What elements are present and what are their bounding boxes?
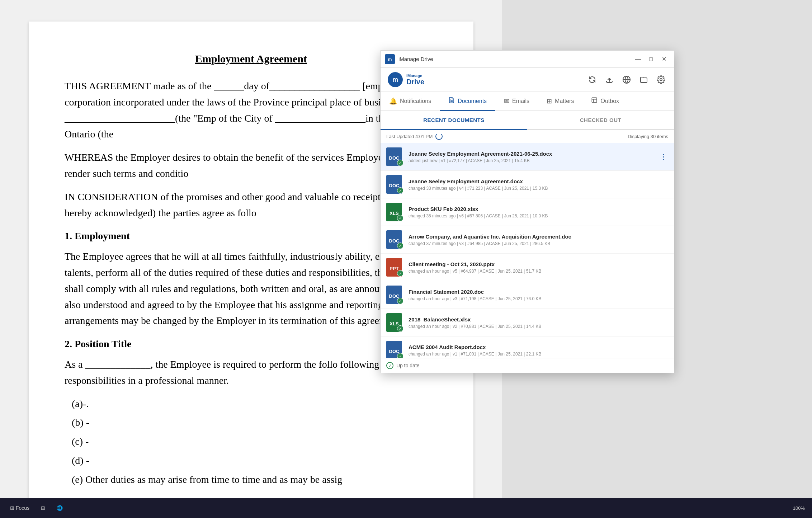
logo-icon: m [388, 72, 403, 87]
doc-icon-wrap: DOC ✓ [386, 147, 403, 166]
doc-list-e: (e) Other duties as may arise from time … [72, 472, 438, 488]
tab-matters[interactable]: ⊞ Matters [538, 92, 582, 111]
doc-name: 2018_BalanceSheet.xlsx [409, 316, 668, 322]
imanage-titlebar-icon: m [385, 54, 395, 64]
settings-icon[interactable] [655, 74, 667, 85]
taskbar-globe[interactable]: 🌐 [54, 504, 66, 512]
doc-info: Financial Statement 2020.docchanged an h… [409, 289, 668, 301]
subtab-checked-out[interactable]: CHECKED OUT [527, 111, 674, 130]
svg-text:DOC: DOC [389, 183, 400, 188]
logo-text: iManage Drive [406, 74, 424, 86]
window-title: iManage Drive [398, 56, 433, 62]
refresh-icon[interactable] [586, 74, 598, 85]
tab-documents[interactable]: Documents [440, 92, 495, 111]
maximize-button[interactable]: □ [645, 54, 657, 64]
subtab-recent[interactable]: RECENT DOCUMENTS [381, 111, 527, 130]
status-refresh-icon[interactable] [435, 133, 443, 140]
tab-outbox[interactable]: Outbox [582, 92, 628, 111]
doc-check-badge: ✓ [397, 187, 403, 194]
window-footer: ✓ Up to date [381, 358, 674, 373]
document-list-item[interactable]: DOC ✓ACME 2004 Audit Report.docxchanged … [381, 336, 674, 358]
outbox-tab-icon [591, 97, 598, 105]
taskbar-focus[interactable]: ⊞ Focus [7, 504, 32, 512]
globe-icon[interactable] [621, 74, 632, 85]
minimize-button[interactable]: — [632, 54, 644, 64]
doc-check-badge: ✓ [397, 325, 403, 332]
doc-name: ACME 2004 Audit Report.docx [409, 344, 668, 350]
taskbar-right: 100% [793, 505, 805, 511]
title-bar: m iManage Drive — □ ✕ [381, 51, 674, 68]
doc-check-badge: ✓ [397, 242, 403, 249]
documents-tab-label: Documents [458, 98, 487, 104]
document-list-item[interactable]: DOC ✓Arrow Company, and Aquantive Inc. A… [381, 226, 674, 254]
doc-list-c: (c) - [72, 434, 438, 450]
header-icons [586, 74, 667, 85]
document-list-item[interactable]: DOC ✓Jeanne Seeley Employment Agreement-… [381, 143, 674, 171]
svg-text:m: m [388, 57, 392, 62]
doc-check-badge: ✓ [397, 298, 403, 304]
last-updated-text: Last Updated 4:01 PM [386, 134, 433, 139]
notifications-tab-label: Notifications [400, 98, 431, 104]
doc-info: Jeanne Seeley Employment Agreement.docxc… [409, 178, 668, 191]
doc-icon-wrap: DOC ✓ [386, 286, 403, 304]
app-header: m iManage Drive [381, 68, 674, 92]
svg-text:DOC: DOC [389, 238, 400, 244]
status-bar: Last Updated 4:01 PM Displaying 30 items [381, 130, 674, 143]
doc-name: Jeanne Seeley Employment Agreement-2021-… [409, 151, 658, 157]
outbox-tab-label: Outbox [600, 98, 619, 104]
doc-check-badge: ✓ [397, 353, 403, 358]
svg-rect-6 [592, 98, 597, 103]
doc-meta: changed an hour ago | v5 | #64,987 | ACA… [409, 269, 668, 274]
document-list-item[interactable]: XLS ✓Product SKU Feb 2020.xlsxchanged 35… [381, 198, 674, 226]
doc-info: ACME 2004 Audit Report.docxchanged an ho… [409, 344, 668, 357]
doc-list-b: (b) - [72, 415, 438, 431]
matters-tab-label: Matters [555, 98, 574, 104]
svg-text:PPT: PPT [390, 266, 398, 271]
doc-meta: changed an hour ago | v2 | #70,881 | ACA… [409, 324, 668, 329]
doc-more-button[interactable]: ⋮ [658, 152, 668, 162]
documents-tab-icon [448, 97, 455, 105]
tab-notifications[interactable]: 🔔 Notifications [381, 92, 440, 111]
svg-text:DOC: DOC [389, 293, 400, 299]
doc-name: Arrow Company, and Aquantive Inc. Acquis… [409, 234, 668, 240]
doc-info: Jeanne Seeley Employment Agreement-2021-… [409, 151, 658, 163]
status-bar-left: Last Updated 4:01 PM [386, 133, 443, 140]
nav-tabs: 🔔 Notifications Documents ✉ Emails ⊞ Mat… [381, 92, 674, 111]
title-bar-left: m iManage Drive [385, 54, 433, 64]
doc-meta: changed 37 minutes ago | v3 | #64,985 | … [409, 241, 668, 246]
doc-info: Arrow Company, and Aquantive Inc. Acquis… [409, 234, 668, 246]
doc-name: Financial Statement 2020.doc [409, 289, 668, 295]
doc-name: Client meeting - Oct 21, 2020.pptx [409, 261, 668, 267]
svg-point-3 [660, 79, 662, 81]
up-to-date-label: Up to date [396, 363, 420, 368]
document-list-item[interactable]: DOC ✓Jeanne Seeley Employment Agreement.… [381, 171, 674, 198]
up-to-date-status: ✓ Up to date [386, 362, 420, 369]
up-to-date-icon: ✓ [386, 362, 393, 369]
doc-meta: changed 35 minutes ago | v6 | #67,806 | … [409, 213, 668, 218]
app-logo: m iManage Drive [388, 72, 424, 87]
doc-list-d: (d) - [72, 453, 438, 469]
document-list[interactable]: DOC ✓Jeanne Seeley Employment Agreement-… [381, 143, 674, 358]
document-list-item[interactable]: PPT ✓Client meeting - Oct 21, 2020.pptxc… [381, 254, 674, 281]
matters-tab-icon: ⊞ [547, 97, 552, 105]
doc-icon-wrap: PPT ✓ [386, 258, 403, 277]
upload-icon[interactable] [604, 74, 615, 85]
doc-icon-wrap: XLS ✓ [386, 313, 403, 332]
doc-icon-wrap: DOC ✓ [386, 230, 403, 249]
close-button[interactable]: ✕ [658, 54, 670, 64]
taskbar: ⊞ Focus ⊞ 🌐 100% [0, 498, 812, 518]
document-list-item[interactable]: DOC ✓Financial Statement 2020.docchanged… [381, 281, 674, 309]
document-list-item[interactable]: XLS ✓2018_BalanceSheet.xlsxchanged an ho… [381, 309, 674, 336]
tab-emails[interactable]: ✉ Emails [495, 92, 538, 111]
doc-meta: changed an hour ago | v1 | #71,001 | ACA… [409, 352, 668, 357]
doc-info: 2018_BalanceSheet.xlsxchanged an hour ag… [409, 316, 668, 329]
taskbar-grid[interactable]: ⊞ [38, 504, 48, 512]
folder-icon[interactable] [638, 74, 650, 85]
doc-name: Jeanne Seeley Employment Agreement.docx [409, 178, 668, 184]
doc-meta: changed 33 minutes ago | v4 | #71,223 | … [409, 186, 668, 191]
doc-check-badge: ✓ [397, 215, 403, 221]
doc-icon-wrap: DOC ✓ [386, 341, 403, 358]
doc-info: Product SKU Feb 2020.xlsxchanged 35 minu… [409, 206, 668, 218]
display-count: Displaying 30 items [628, 134, 668, 139]
svg-text:DOC: DOC [389, 349, 400, 354]
